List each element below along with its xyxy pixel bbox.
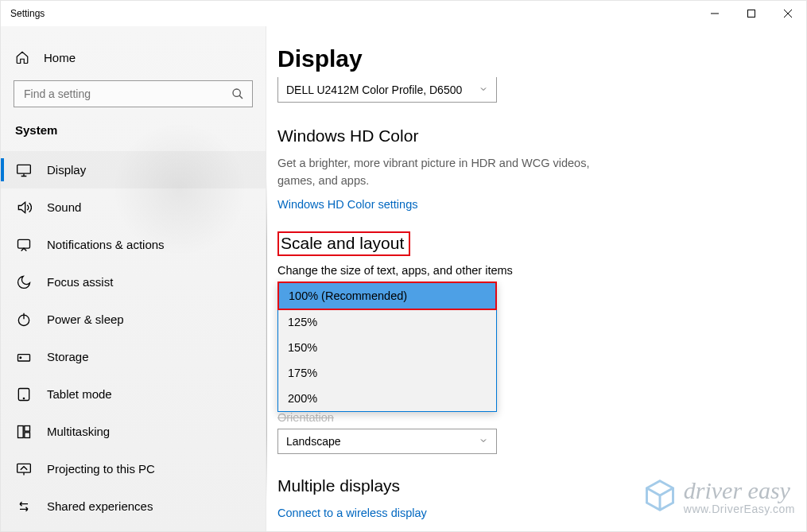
sidebar-item-label: Tablet mode [47, 387, 112, 401]
orientation-dropdown[interactable]: Landscape [277, 429, 497, 454]
scale-title-highlight: Scale and layout [277, 231, 410, 256]
home-button[interactable]: Home [1, 42, 266, 77]
orientation-value: Landscape [286, 435, 479, 448]
svg-point-6 [20, 357, 21, 359]
focus-assist-icon [15, 274, 33, 290]
sidebar-item-label: Display [47, 163, 86, 177]
close-button[interactable] [770, 1, 806, 26]
svg-rect-0 [748, 10, 755, 17]
sidebar-item-display[interactable]: Display [1, 151, 266, 188]
sidebar-item-label: Power & sleep [47, 313, 124, 326]
multiple-displays-title: Multiple displays [277, 476, 400, 495]
sidebar-item-tablet-mode[interactable]: Tablet mode [1, 375, 266, 413]
scale-option-125[interactable]: 125% [278, 309, 496, 335]
close-icon [784, 10, 792, 17]
color-profile-value: DELL U2412M Color Profile, D6500 [286, 83, 479, 96]
sidebar-item-label: Projecting to this PC [47, 462, 155, 476]
projecting-icon [15, 461, 33, 477]
scale-change-label: Change the size of text, apps, and other… [277, 264, 784, 277]
notifications-icon [15, 237, 33, 253]
display-icon [15, 162, 33, 178]
window-title: Settings [1, 8, 45, 19]
search-input[interactable] [22, 87, 231, 101]
scale-option-150[interactable]: 150% [278, 335, 496, 360]
category-header: System [1, 118, 266, 151]
svg-rect-11 [25, 432, 30, 437]
maximize-icon [747, 10, 755, 17]
sidebar-item-multitasking[interactable]: Multitasking [1, 413, 266, 450]
sidebar-item-label: Multitasking [47, 425, 110, 438]
home-icon [15, 50, 33, 64]
scale-listbox: 100% (Recommended) 125% 150% 175% 200% [277, 282, 497, 412]
orientation-label: Orientation [277, 411, 784, 424]
sidebar-item-power-sleep[interactable]: Power & sleep [1, 301, 266, 338]
search-icon [231, 87, 244, 100]
sidebar-item-focus-assist[interactable]: Focus assist [1, 263, 266, 301]
svg-rect-9 [18, 425, 24, 437]
search-box[interactable] [14, 80, 253, 107]
minimize-button[interactable] [696, 1, 733, 26]
sidebar-item-label: Sound [47, 200, 81, 214]
multitasking-icon [15, 424, 33, 440]
sidebar-item-label: Shared experiences [47, 499, 153, 513]
content-area: Display DELL U2412M Color Profile, D6500… [266, 26, 806, 531]
minimize-icon [711, 10, 719, 17]
page-title: Display [277, 45, 784, 72]
hd-color-desc: Get a brighter, more vibrant picture in … [277, 155, 611, 190]
shared-icon [15, 499, 33, 515]
sidebar-item-sound[interactable]: Sound [1, 188, 266, 226]
sound-icon [15, 200, 33, 216]
home-label: Home [44, 51, 76, 64]
wireless-display-link[interactable]: Connect to a wireless display [277, 507, 427, 519]
svg-point-1 [233, 89, 240, 96]
tablet-icon [15, 386, 33, 402]
window-controls [696, 1, 806, 26]
sidebar-item-label: Storage [47, 350, 89, 363]
divider-shadow [266, 177, 267, 499]
chevron-down-icon [479, 435, 488, 448]
scale-option-200[interactable]: 200% [278, 386, 496, 411]
scale-option-100[interactable]: 100% (Recommended) [277, 282, 497, 310]
sidebar-item-label: Focus assist [47, 275, 113, 289]
scale-dropdown[interactable]: 100% (Recommended) 125% 150% 175% 200% [277, 282, 497, 412]
storage-icon [15, 349, 33, 365]
svg-rect-12 [17, 464, 31, 472]
sidebar-item-projecting[interactable]: Projecting to this PC [1, 450, 266, 487]
hd-color-link[interactable]: Windows HD Color settings [277, 198, 417, 211]
sidebar-item-label: Notifications & actions [47, 238, 165, 251]
scale-title: Scale and layout [281, 234, 404, 253]
svg-rect-2 [17, 165, 31, 173]
chevron-down-icon [479, 83, 488, 96]
svg-rect-10 [25, 425, 30, 431]
sidebar-item-shared-experiences[interactable]: Shared experiences [1, 487, 266, 525]
power-icon [15, 312, 33, 328]
sidebar-item-storage[interactable]: Storage [1, 338, 266, 375]
sidebar: Home System Display Sound Notificati [1, 26, 266, 531]
titlebar: Settings [1, 1, 806, 26]
sidebar-item-notifications[interactable]: Notifications & actions [1, 226, 266, 263]
watermark-line1: driver easy [684, 479, 795, 503]
maximize-button[interactable] [733, 1, 770, 26]
svg-rect-3 [18, 239, 30, 248]
hd-color-title: Windows HD Color [277, 126, 418, 146]
scale-option-175[interactable]: 175% [278, 360, 496, 386]
svg-point-8 [23, 398, 24, 398]
color-profile-dropdown[interactable]: DELL U2412M Color Profile, D6500 [277, 77, 497, 103]
